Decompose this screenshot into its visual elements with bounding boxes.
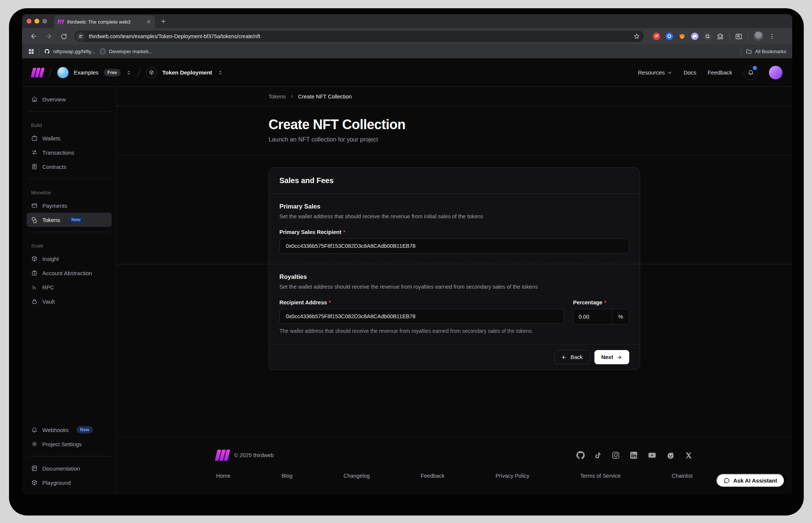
sidebar-item-contracts[interactable]: Contracts: [27, 159, 112, 174]
browser-window: thirdweb: The complete web3: [22, 14, 792, 494]
sidebar-item-rpc[interactable]: RPC: [27, 280, 112, 294]
browser-toolbar: thirdweb.com/team/examples/Token-Deploym…: [22, 28, 792, 45]
side-panel-search-icon[interactable]: [735, 33, 743, 40]
extension-red-icon[interactable]: [653, 33, 660, 40]
sidebar-item-overview[interactable]: Overview: [27, 92, 112, 106]
card-header: Sales and Fees: [269, 168, 640, 194]
sidebar-item-label: Payments: [42, 203, 67, 209]
sidebar-item-label: RPC: [42, 284, 54, 291]
sidebar-item-account-abstraction[interactable]: Account Abstraction: [27, 266, 112, 280]
browser-profile-avatar[interactable]: [754, 31, 763, 41]
sidebar-item-documentation[interactable]: Documentation: [27, 461, 112, 475]
sidebar-divider: [27, 179, 111, 179]
bookmarks-divider: [741, 48, 741, 55]
notifications-button[interactable]: [743, 66, 758, 80]
royalties-section: Royalties Set the wallet address should …: [269, 264, 640, 344]
field-label-text: Recipient Address: [279, 299, 327, 305]
extension-blue-icon[interactable]: [666, 33, 673, 40]
user-avatar[interactable]: [769, 66, 782, 79]
resources-menu[interactable]: Resources: [638, 69, 672, 76]
footer-link-home[interactable]: Home: [216, 473, 231, 479]
primary-sales-recipient-input[interactable]: [279, 238, 629, 253]
bookmark-item[interactable]: niftyswap.gg/Nifty...: [44, 48, 95, 55]
plan-badge: Free: [104, 69, 121, 76]
team-name[interactable]: Examples: [74, 69, 99, 76]
back-icon[interactable]: [27, 30, 40, 43]
url-text[interactable]: thirdweb.com/team/examples/Token-Deploym…: [89, 33, 633, 39]
page-header: Create NFT Collection Launch an NFT coll…: [116, 106, 792, 155]
reddit-icon[interactable]: [666, 451, 675, 460]
thirdweb-logo[interactable]: [32, 68, 43, 77]
close-window-button[interactable]: [27, 19, 31, 24]
back-button[interactable]: Back: [554, 350, 590, 364]
playground-cube-icon: [31, 479, 38, 486]
royalties-heading: Royalties: [279, 273, 629, 280]
ask-ai-assistant-button[interactable]: Ask AI Assistant: [716, 474, 785, 487]
x-icon[interactable]: [685, 451, 693, 459]
sidebar-item-insight[interactable]: Insight: [27, 252, 112, 266]
instagram-icon[interactable]: [612, 451, 620, 459]
sidebar-item-project-settings[interactable]: Project Settings: [27, 437, 112, 451]
royalty-percentage-input[interactable]: [573, 309, 612, 324]
resources-label: Resources: [638, 69, 665, 76]
footer-links: Home Blog Changelog Feedback Privacy Pol…: [216, 473, 693, 479]
new-tab-button[interactable]: [160, 18, 166, 24]
apps-grid-icon[interactable]: [28, 48, 34, 55]
recipient-address-label: Recipient Address *: [279, 299, 564, 305]
phantom-extension-icon[interactable]: [691, 33, 699, 40]
project-switcher-icon[interactable]: [217, 70, 223, 76]
tab-close-icon[interactable]: [146, 19, 151, 24]
reload-icon[interactable]: [57, 30, 70, 43]
sidebar-item-vault[interactable]: Vault: [27, 294, 112, 308]
address-bar[interactable]: thirdweb.com/team/examples/Token-Deploym…: [75, 31, 644, 42]
back-label: Back: [570, 354, 582, 360]
bookmark-item[interactable]: Developer marketi...: [100, 48, 152, 55]
field-label-text: Primary Sales Recipient: [279, 229, 341, 235]
extensions-puzzle-icon[interactable]: [716, 33, 724, 40]
bookmark-star-icon[interactable]: [633, 33, 640, 40]
tiktok-icon[interactable]: [594, 451, 602, 459]
bookmarks-divider: [39, 48, 39, 55]
minimize-window-button[interactable]: [34, 19, 39, 24]
primary-sales-recipient-label: Primary Sales Recipient *: [279, 229, 629, 235]
sidebar-item-tokens[interactable]: Tokens New: [27, 213, 112, 227]
required-asterisk: *: [604, 299, 606, 305]
team-switcher-icon[interactable]: [126, 70, 132, 76]
project-name[interactable]: Token Deployment: [162, 69, 212, 76]
sidebar-item-playground[interactable]: Playground: [27, 475, 112, 490]
zoom-window-button[interactable]: [42, 19, 47, 24]
breadcrumb-tokens-link[interactable]: Tokens: [269, 94, 286, 100]
sidebar-section-scale: Scale: [27, 243, 112, 249]
sidebar-divider: [27, 232, 111, 232]
docs-link[interactable]: Docs: [684, 69, 696, 76]
browser-tab[interactable]: thirdweb: The complete web3: [54, 15, 155, 28]
next-button[interactable]: Next: [594, 350, 629, 364]
tab-title: thirdweb: The complete web3: [67, 19, 143, 25]
feedback-link[interactable]: Feedback: [708, 69, 732, 76]
site-settings-icon[interactable]: [76, 32, 85, 41]
browser-menu-kebab-icon[interactable]: [769, 33, 775, 40]
footer-link-terms-of-service[interactable]: Terms of Service: [580, 473, 621, 479]
royalty-recipient-input[interactable]: [279, 309, 564, 324]
footer-link-changelog[interactable]: Changelog: [343, 473, 370, 479]
github-icon[interactable]: [576, 451, 585, 459]
footer-link-privacy-policy[interactable]: Privacy Policy: [496, 473, 529, 479]
sidebar-item-payments[interactable]: Payments: [27, 198, 112, 213]
forward-icon[interactable]: [42, 30, 55, 43]
sidebar-item-webhooks[interactable]: Webhooks New: [27, 423, 112, 437]
footer-link-blog[interactable]: Blog: [282, 473, 293, 479]
royalty-helper-text: The wallet address that should receive t…: [279, 328, 564, 334]
youtube-icon[interactable]: [648, 451, 657, 459]
percent-suffix: %: [612, 309, 629, 324]
metamask-extension-icon[interactable]: [678, 33, 686, 40]
sidebar-item-wallets[interactable]: Wallets: [27, 131, 112, 145]
thirdweb-app: Examples Free Token Deployment: [22, 58, 792, 494]
sidebar-divider: [27, 456, 111, 456]
linkedin-icon[interactable]: [630, 451, 638, 459]
footer-link-chainlist[interactable]: Chainlist: [672, 473, 693, 479]
footer-link-feedback[interactable]: Feedback: [421, 473, 445, 479]
extension-dark-icon[interactable]: [704, 33, 711, 40]
sidebar-item-transactions[interactable]: Transactions: [27, 145, 112, 159]
coins-icon: [31, 216, 38, 223]
all-bookmarks-button[interactable]: All Bookmarks: [746, 48, 786, 55]
